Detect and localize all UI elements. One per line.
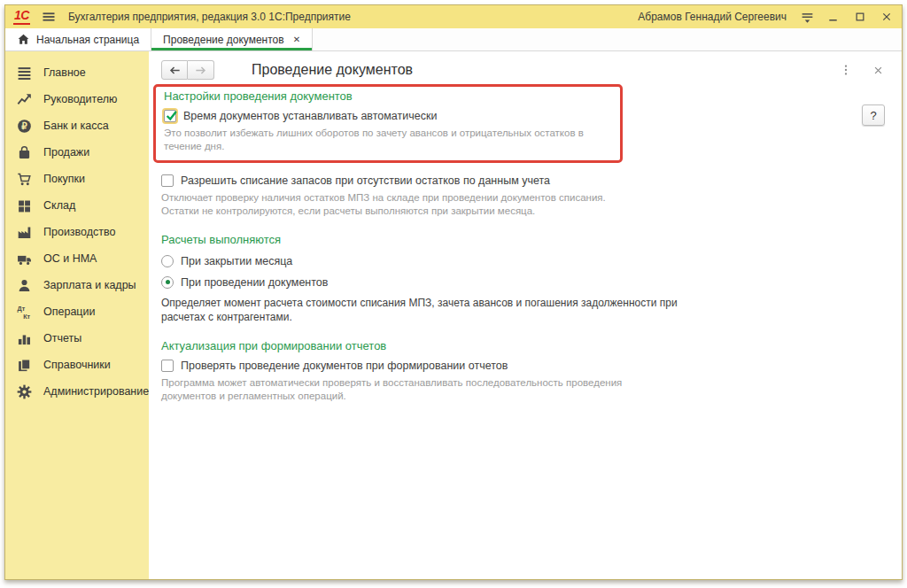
sidebar-item-label: Справочники <box>43 359 111 371</box>
history-nav <box>161 60 214 80</box>
titlebar-action-icons <box>512 10 625 25</box>
titlebar-icon[interactable] <box>610 10 625 25</box>
tab-bar: Начальная страница Проведение документов… <box>5 28 902 51</box>
sidebar-item-label: Главное <box>43 66 86 79</box>
more-menu-icon[interactable] <box>840 63 852 77</box>
calc-option-on-posting-row[interactable]: При проведении документов <box>161 276 889 289</box>
sidebar-item[interactable]: Склад <box>5 192 149 219</box>
close-window-button[interactable] <box>880 11 893 24</box>
sidebar-item[interactable]: Отчеты <box>5 325 149 352</box>
titlebar-icon[interactable] <box>525 10 540 25</box>
sidebar-item[interactable]: Производство <box>5 219 149 245</box>
page-title: Проведение документов <box>252 62 413 78</box>
auto-time-checkbox-label: Время документов устанавливать автоматич… <box>183 110 437 122</box>
truck-icon <box>17 251 32 267</box>
current-user[interactable]: Абрамов Геннадий Сергеевич <box>638 11 787 23</box>
title-bar: 1С Бухгалтерия предприятия, редакция 3.0… <box>5 5 902 28</box>
tab[interactable]: Проведение документов ✕ <box>151 28 313 50</box>
content-area: Проведение документов Настройки проведен… <box>149 51 902 579</box>
bag-icon <box>17 145 32 160</box>
factory-icon <box>17 225 32 240</box>
allow-writeoff-checkbox-label: Разрешить списание запасов при отсутстви… <box>181 174 550 187</box>
trend-icon <box>17 92 32 107</box>
section-heading-settings: Настройки проведения документов <box>164 89 611 103</box>
svg-text:₽: ₽ <box>21 121 27 131</box>
sidebar-item[interactable]: Администрирование <box>5 378 149 405</box>
sidebar-item-label: ОС и НМА <box>43 252 97 265</box>
calc-option-month-close-label: При закрытии месяца <box>181 255 292 267</box>
sidebar: Главное Руководителю ₽ Банк и касса Прод… <box>5 51 149 579</box>
sidebar-item-label: Покупки <box>43 173 85 185</box>
sidebar-item-label: Банк и касса <box>43 120 109 132</box>
sidebar-item[interactable]: ₽ Банк и касса <box>5 112 149 139</box>
stock-section: Разрешить списание запасов при отсутстви… <box>161 174 889 218</box>
books-icon <box>17 358 32 373</box>
sidebar-item[interactable]: ОС и НМА <box>5 245 149 272</box>
allow-writeoff-checkbox-row[interactable]: Разрешить списание запасов при отсутстви… <box>161 174 889 187</box>
help-button[interactable]: ? <box>862 104 885 126</box>
tab-close-icon[interactable]: ✕ <box>293 35 300 44</box>
dtkt-icon: ДтКт <box>17 305 32 320</box>
sidebar-item-label: Руководителю <box>43 93 117 105</box>
forward-button[interactable] <box>188 60 214 80</box>
sidebar-item[interactable]: Главное <box>5 59 149 86</box>
verify-posting-checkbox-row[interactable]: Проверять проведение документов при форм… <box>161 360 889 372</box>
tab-label: Проведение документов <box>163 34 284 46</box>
section-heading-actualization: Актуализация при формировании отчетов <box>161 339 889 352</box>
titlebar-icon[interactable] <box>554 10 569 25</box>
gear-icon <box>17 384 32 399</box>
close-form-icon[interactable] <box>872 64 884 76</box>
allow-writeoff-hint: Отключает проверку наличия остатков МПЗ … <box>161 191 889 218</box>
titlebar-icon[interactable] <box>582 10 597 25</box>
auto-time-hint: Это позволит избежать лишних оборотов по… <box>164 127 611 153</box>
calc-option-month-close-row[interactable]: При закрытии месяца <box>161 255 889 267</box>
calc-option-month-close-radio[interactable] <box>161 255 174 267</box>
auto-time-checkbox-row[interactable]: Время документов устанавливать автоматич… <box>164 110 611 122</box>
auto-time-checkbox[interactable] <box>164 110 176 122</box>
content-header: Проведение документов <box>161 59 889 81</box>
chart-icon <box>17 331 32 346</box>
sidebar-item-label: Зарплата и кадры <box>43 279 136 291</box>
tab[interactable]: Начальная страница <box>5 28 151 50</box>
calc-note: Определяет момент расчета стоимости спис… <box>161 297 889 325</box>
calc-option-on-posting-radio[interactable] <box>161 276 174 289</box>
tab-label: Начальная страница <box>36 34 139 46</box>
sidebar-item[interactable]: Покупки <box>5 166 149 192</box>
sidebar-item-label: Склад <box>43 199 75 212</box>
svg-text:Кт: Кт <box>23 312 30 319</box>
maximize-button[interactable] <box>853 11 866 24</box>
cart-icon <box>17 172 32 187</box>
verify-posting-hint: Программа может автоматически проверять … <box>161 376 889 403</box>
warehouse-icon <box>17 198 32 213</box>
sidebar-item-label: Администрирование <box>43 385 149 398</box>
sidebar-item[interactable]: Зарплата и кадры <box>5 272 149 298</box>
app-window: 1С Бухгалтерия предприятия, редакция 3.0… <box>4 4 903 580</box>
sidebar-item-label: Продажи <box>43 146 89 159</box>
calc-option-on-posting-label: При проведении документов <box>181 276 328 289</box>
highlight-frame: Настройки проведения документов Время до… <box>153 84 623 163</box>
verify-posting-checkbox[interactable] <box>161 360 174 372</box>
section-heading-calc: Расчеты выполняются <box>161 233 889 246</box>
home-icon <box>17 33 30 46</box>
sidebar-item[interactable]: Справочники <box>5 352 149 378</box>
1c-logo: 1С <box>13 9 30 25</box>
settings-menu-icon[interactable] <box>800 10 815 25</box>
main-menu-icon[interactable] <box>42 10 56 24</box>
ruble-circle-icon: ₽ <box>17 119 32 134</box>
sidebar-item-label: Производство <box>43 226 116 238</box>
app-title: Бухгалтерия предприятия, редакция 3.0 1С… <box>68 11 351 23</box>
allow-writeoff-checkbox[interactable] <box>161 174 174 187</box>
person-icon <box>17 278 32 293</box>
menu-lines-icon <box>17 66 32 81</box>
back-button[interactable] <box>161 60 188 80</box>
sidebar-item-label: Операции <box>43 306 95 318</box>
sidebar-item[interactable]: ДтКт Операции <box>5 298 149 325</box>
sidebar-item-label: Отчеты <box>43 332 81 344</box>
sidebar-item[interactable]: Продажи <box>5 139 149 166</box>
minimize-button[interactable] <box>826 11 840 24</box>
sidebar-item[interactable]: Руководителю <box>5 86 149 112</box>
verify-posting-checkbox-label: Проверять проведение документов при форм… <box>181 360 508 372</box>
